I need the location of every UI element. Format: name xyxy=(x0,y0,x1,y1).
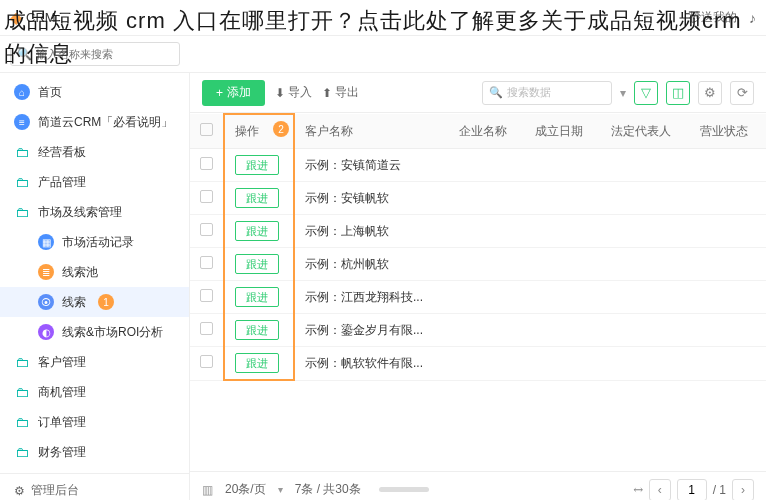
nav-pool[interactable]: ≣线索池 xyxy=(0,257,189,287)
sidebar-search[interactable]: 🔍 xyxy=(10,42,180,66)
action-header: 操作2 xyxy=(224,114,294,149)
nav-order[interactable]: 🗀订单管理 xyxy=(0,407,189,437)
table-row[interactable]: 跟进示例：安镇简道云 xyxy=(190,149,766,182)
header-label: 操作 xyxy=(235,124,259,138)
database-icon: ≣ xyxy=(38,264,54,280)
follow-button[interactable]: 跟进 xyxy=(235,155,279,175)
search-icon: 🔍 xyxy=(489,86,503,99)
follow-button[interactable]: 跟进 xyxy=(235,287,279,307)
cell-name: 示例：鎏金岁月有限... xyxy=(294,314,449,347)
assign-label[interactable]: 抄送我的 xyxy=(689,9,737,26)
nav-label: 产品管理 xyxy=(38,174,86,191)
cell-name: 示例：帆软软件有限... xyxy=(294,347,449,381)
header-status[interactable]: 营业状态 xyxy=(690,114,766,149)
doc-icon: ≡ xyxy=(14,114,30,130)
row-checkbox[interactable] xyxy=(200,256,213,269)
topbar: ◆ CRM 抄送我的 ♪ xyxy=(0,0,766,36)
folder-icon: 🗀 xyxy=(14,414,30,430)
chevron-down-icon[interactable]: ▾ xyxy=(620,86,626,100)
refresh-button[interactable]: ⟳ xyxy=(730,81,754,105)
select-all-checkbox[interactable] xyxy=(200,123,213,136)
folder-icon: 🗀 xyxy=(14,354,30,370)
header-company[interactable]: 企业名称 xyxy=(449,114,525,149)
gear-icon: ⚙ xyxy=(14,484,25,498)
table-row[interactable]: 跟进示例：鎏金岁月有限... xyxy=(190,314,766,347)
table-row[interactable]: 跟进示例：上海帆软 xyxy=(190,215,766,248)
row-checkbox[interactable] xyxy=(200,355,213,368)
toolbar-right: 🔍搜索数据 ▾ ▽ ◫ ⚙ ⟳ xyxy=(482,81,754,105)
table-row[interactable]: 跟进示例：安镇帆软 xyxy=(190,182,766,215)
notification-icon[interactable]: ♪ xyxy=(749,10,756,26)
search-icon: 🔍 xyxy=(17,47,32,61)
badge-two: 2 xyxy=(273,121,289,137)
row-checkbox[interactable] xyxy=(200,157,213,170)
nav-label: 订单管理 xyxy=(38,414,86,431)
follow-button[interactable]: 跟进 xyxy=(235,188,279,208)
chevron-down-icon[interactable]: ▾ xyxy=(278,484,283,495)
expand-icon[interactable]: ⤢ xyxy=(629,481,646,498)
follow-button[interactable]: 跟进 xyxy=(235,320,279,340)
admin-link[interactable]: ⚙ 管理后台 xyxy=(0,473,189,500)
table-row[interactable]: 跟进示例：杭州帆软 xyxy=(190,248,766,281)
content: +添加 ⬇导入 ⬆导出 🔍搜索数据 ▾ ▽ ◫ ⚙ ⟳ 操作2 客户名称 xyxy=(190,73,766,500)
nav-activity[interactable]: ▦市场活动记录 xyxy=(0,227,189,257)
table-row[interactable]: 跟进示例：江西龙翔科技... xyxy=(190,281,766,314)
header-date[interactable]: 成立日期 xyxy=(525,114,601,149)
folder-icon: 🗀 xyxy=(14,144,30,160)
follow-button[interactable]: 跟进 xyxy=(235,221,279,241)
nav-label: 市场活动记录 xyxy=(62,234,134,251)
follow-button[interactable]: 跟进 xyxy=(235,353,279,373)
filter-button[interactable]: ▽ xyxy=(634,81,658,105)
nav-product[interactable]: 🗀产品管理 xyxy=(0,167,189,197)
data-table: 操作2 客户名称 企业名称 成立日期 法定代表人 营业状态 跟进示例：安镇简道云… xyxy=(190,113,766,381)
table-row[interactable]: 跟进示例：帆软软件有限... xyxy=(190,347,766,381)
nav-label: 客户管理 xyxy=(38,354,86,371)
row-checkbox[interactable] xyxy=(200,223,213,236)
logo-icon: ◆ xyxy=(10,8,22,27)
page-size[interactable]: 20条/页 xyxy=(225,481,266,498)
search-input[interactable] xyxy=(36,48,174,60)
follow-button[interactable]: 跟进 xyxy=(235,254,279,274)
nav-customer[interactable]: 🗀客户管理 xyxy=(0,347,189,377)
folder-icon: 🗀 xyxy=(14,444,30,460)
nav-label: 商机管理 xyxy=(38,384,86,401)
nav-dashboard[interactable]: 🗀经营看板 xyxy=(0,137,189,167)
nav-home[interactable]: ⌂首页 xyxy=(0,77,189,107)
header-legal[interactable]: 法定代表人 xyxy=(601,114,690,149)
layout-icon[interactable]: ▥ xyxy=(202,483,213,497)
scrollbar-handle[interactable] xyxy=(379,487,429,492)
cell-name: 示例：杭州帆软 xyxy=(294,248,449,281)
cell-name: 示例：上海帆软 xyxy=(294,215,449,248)
next-page-button[interactable]: › xyxy=(732,479,754,501)
nav-label: 市场及线索管理 xyxy=(38,204,122,221)
prev-page-button[interactable]: ‹ xyxy=(649,479,671,501)
page-input[interactable] xyxy=(677,479,707,501)
nav-opportunity[interactable]: 🗀商机管理 xyxy=(0,377,189,407)
view-button[interactable]: ◫ xyxy=(666,81,690,105)
nav-finance[interactable]: 🗀财务管理 xyxy=(0,437,189,467)
nav-label: 线索 xyxy=(62,294,86,311)
import-button[interactable]: ⬇导入 xyxy=(275,84,312,101)
row-checkbox[interactable] xyxy=(200,190,213,203)
folder-icon: 🗀 xyxy=(14,174,30,190)
nav-label: 首页 xyxy=(38,84,62,101)
nav-roi[interactable]: ◐线索&市场ROI分析 xyxy=(0,317,189,347)
row-checkbox[interactable] xyxy=(200,289,213,302)
settings-button[interactable]: ⚙ xyxy=(698,81,722,105)
header-name[interactable]: 客户名称 xyxy=(294,114,449,149)
export-icon: ⬆ xyxy=(322,86,332,100)
import-label: 导入 xyxy=(288,84,312,101)
checkbox-header xyxy=(190,114,224,149)
nav-guide[interactable]: ≡简道云CRM「必看说明」 xyxy=(0,107,189,137)
add-button[interactable]: +添加 xyxy=(202,80,265,106)
count-text: 7条 / 共30条 xyxy=(295,481,361,498)
node-icon: ⦿ xyxy=(38,294,54,310)
nav-label: 线索&市场ROI分析 xyxy=(62,324,163,341)
table-wrap: 操作2 客户名称 企业名称 成立日期 法定代表人 营业状态 跟进示例：安镇简道云… xyxy=(190,113,766,471)
export-button[interactable]: ⬆导出 xyxy=(322,84,359,101)
admin-label: 管理后台 xyxy=(31,482,79,499)
nav-market[interactable]: 🗀市场及线索管理 xyxy=(0,197,189,227)
row-checkbox[interactable] xyxy=(200,322,213,335)
table-search[interactable]: 🔍搜索数据 xyxy=(482,81,612,105)
nav-leads[interactable]: ⦿线索1 xyxy=(0,287,189,317)
